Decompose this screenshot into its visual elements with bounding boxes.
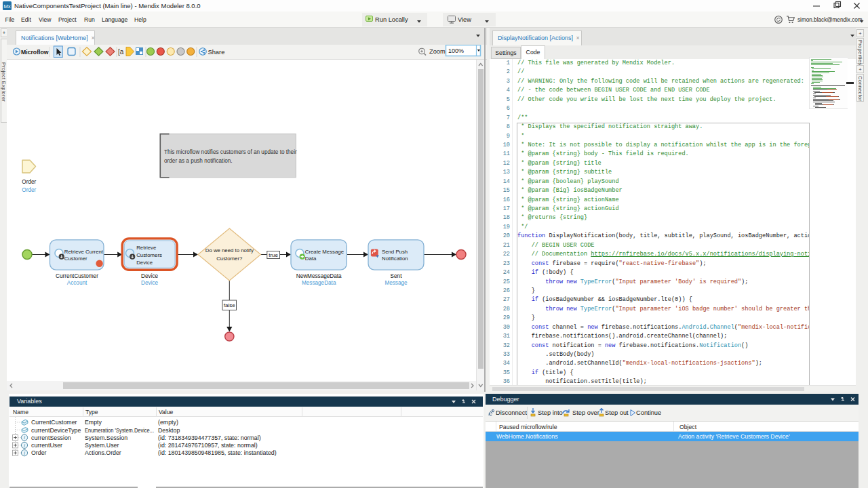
svg-text:Message: Message — [384, 280, 408, 286]
svg-text:currentSession: currentSession — [31, 434, 71, 441]
svg-text:Device: Device — [136, 260, 153, 266]
svg-text:Create Message: Create Message — [305, 249, 344, 255]
svg-text:(id: 7318349394477357, state:: (id: 7318349394477357, state: normal) — [158, 434, 261, 441]
svg-text:MessageData: MessageData — [302, 280, 336, 286]
svg-text:Customers: Customers — [136, 252, 162, 258]
svg-text:Desktop: Desktop — [158, 427, 180, 434]
svg-text:Notification: Notification — [382, 256, 408, 262]
svg-text:Device: Device — [141, 280, 158, 286]
svg-text:Order: Order — [22, 187, 36, 193]
svg-text:Account: Account — [67, 280, 87, 286]
svg-text:Retrieve: Retrieve — [136, 245, 156, 251]
svg-text:(id: 281474976710957, state: n: (id: 281474976710957, state: normal) — [158, 442, 258, 449]
svg-text:currentDeviceType: currentDeviceType — [31, 427, 81, 434]
svg-text:Enumeration 'System.Device...: Enumeration 'System.Device... — [85, 427, 154, 434]
svg-text:Customer?: Customer? — [216, 256, 243, 262]
svg-text:Sent: Sent — [391, 273, 403, 279]
svg-text:currentUser: currentUser — [31, 442, 62, 449]
svg-text:System.Session: System.Session — [85, 434, 127, 441]
svg-text:System.User: System.User — [85, 442, 119, 449]
svg-text:order as a push notification.: order as a push notification. — [164, 158, 233, 164]
svg-text:Share: Share — [208, 49, 225, 56]
svg-text:(id: 18014398509481985, state:: (id: 18014398509481985, state: instantia… — [158, 449, 277, 456]
svg-text:Empty: Empty — [85, 419, 102, 426]
svg-text:Microflow: Microflow — [21, 49, 49, 56]
svg-text:Order: Order — [22, 179, 36, 185]
svg-text:Data: Data — [305, 256, 317, 262]
svg-text:false: false — [224, 302, 235, 308]
svg-text:true: true — [269, 252, 278, 258]
svg-text:100%: 100% — [448, 47, 464, 54]
svg-text:NewMessageData: NewMessageData — [296, 273, 342, 279]
svg-text:[a: [a — [118, 48, 124, 56]
svg-text:Mx: Mx — [4, 3, 11, 9]
svg-text:Customer: Customer — [64, 256, 87, 262]
svg-text:Send Push: Send Push — [382, 249, 408, 255]
svg-text:Device: Device — [141, 273, 158, 279]
svg-text:Order: Order — [31, 449, 47, 456]
svg-text:(empty): (empty) — [158, 419, 178, 426]
svg-text:CurrentCustomer: CurrentCustomer — [31, 419, 77, 426]
svg-text:Zoom: Zoom — [429, 48, 446, 55]
svg-text:This microflow notifies custom: This microflow notifies customers of an … — [164, 149, 297, 155]
svg-text:Actions.Order: Actions.Order — [85, 449, 121, 456]
svg-text:Do we need to notify: Do we need to notify — [205, 247, 254, 253]
svg-text:CurrentCustomer: CurrentCustomer — [56, 273, 98, 279]
svg-text:Retrieve Current: Retrieve Current — [64, 249, 104, 255]
